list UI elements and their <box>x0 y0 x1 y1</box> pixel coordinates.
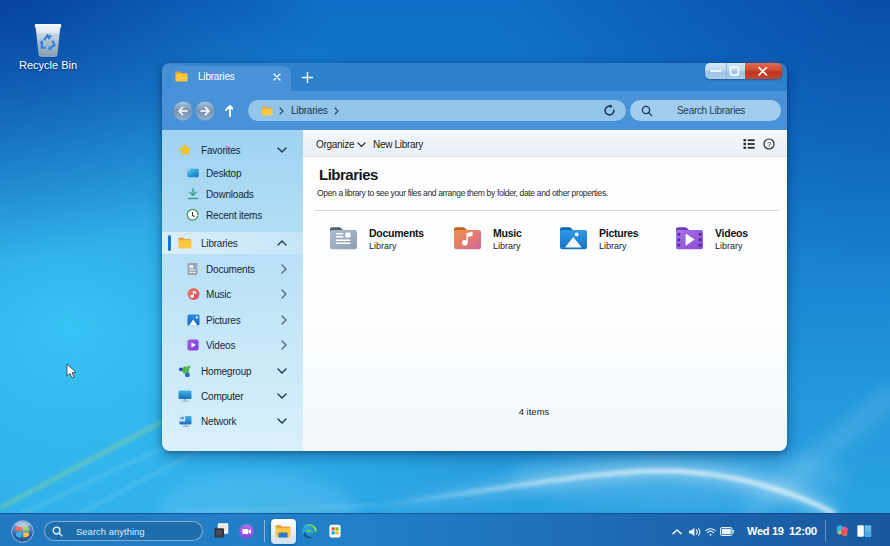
svg-text:?: ? <box>767 139 771 148</box>
